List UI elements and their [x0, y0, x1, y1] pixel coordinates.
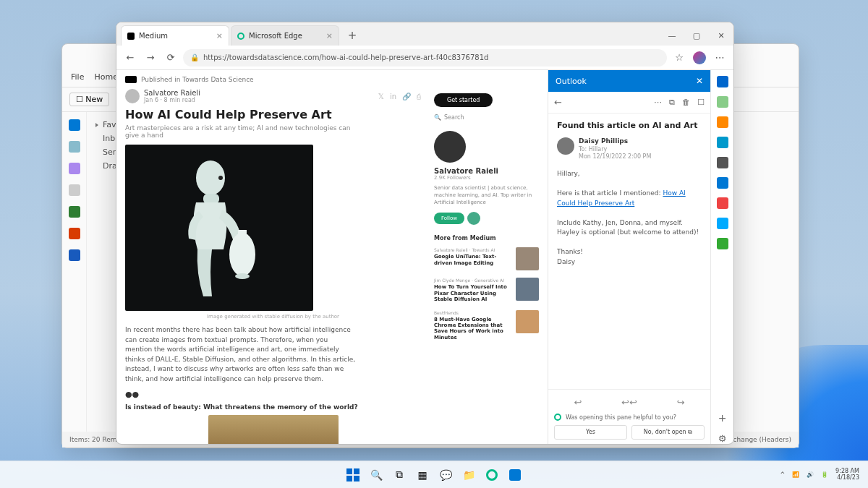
battery-icon[interactable]: 🔋 [821, 471, 828, 478]
rec-thumbnail [516, 247, 539, 270]
get-started-button[interactable]: Get started [434, 93, 493, 107]
new-mail-button[interactable]: ☐ New [69, 93, 109, 106]
wifi-icon[interactable]: 📶 [792, 471, 799, 478]
powerpoint-icon[interactable] [69, 228, 80, 239]
profile-avatar[interactable] [693, 51, 706, 64]
close-window-button[interactable]: ✕ [709, 25, 733, 46]
publication-crumb[interactable]: Published in Towards Data Science [125, 76, 539, 83]
refresh-button[interactable]: ⟳ [163, 50, 179, 66]
edge-window: Medium × Microsoft Edge × + — ▢ ✕ ← → ⟳ … [116, 22, 734, 445]
more-from-heading: More from Medium [434, 235, 539, 241]
favicon-edge [237, 33, 244, 40]
link-icon[interactable]: 🔗 [402, 93, 411, 100]
ribbon-home[interactable]: Home [94, 72, 117, 82]
outlook-taskbar-icon[interactable] [506, 466, 524, 484]
chat-icon[interactable]: 💬 [436, 466, 455, 484]
publication-label: Published in Towards Data Science [141, 76, 254, 83]
article-title: How AI Could Help Preserve Art [125, 108, 421, 121]
maximize-button[interactable]: ▢ [684, 25, 709, 46]
aside-author-name[interactable]: Salvatore Raieli [434, 167, 539, 175]
back-button[interactable]: ← [122, 50, 138, 66]
search-sidebar-icon[interactable] [717, 76, 728, 87]
pane-content: Found this article on AI and Art Daisy P… [548, 114, 710, 389]
task-view-icon[interactable]: ⧉ [390, 466, 409, 484]
search-link[interactable]: 🔍 Search [434, 114, 539, 121]
recommendation-item[interactable]: Salvatore Raieli · Towards AIGoogle UniT… [434, 247, 539, 270]
sidebar-add-icon[interactable]: + [717, 412, 728, 424]
whatsapp-icon[interactable] [717, 238, 728, 249]
forward-button[interactable]: → [142, 50, 158, 66]
shopping-icon[interactable] [717, 96, 728, 108]
start-button[interactable] [344, 466, 362, 484]
outlook-sidebar-icon[interactable] [717, 177, 728, 189]
drop-icon[interactable] [717, 197, 728, 209]
body-signature: Daisy [557, 257, 702, 267]
word-icon[interactable] [69, 249, 80, 261]
tab-medium[interactable]: Medium × [121, 25, 229, 46]
edge-taskbar-icon[interactable] [482, 466, 501, 484]
author-name[interactable]: Salvatore Raieli [144, 89, 200, 97]
close-tab-icon[interactable]: × [326, 31, 333, 40]
archive-icon[interactable]: ☐ [697, 98, 705, 107]
office-icon[interactable] [717, 157, 728, 168]
people-icon[interactable] [69, 163, 80, 174]
recommendation-item[interactable]: Bestfriends8 Must-Have Google Chrome Ext… [434, 310, 539, 341]
svg-rect-2 [203, 194, 219, 204]
rec-thumbnail [516, 310, 539, 333]
lock-icon: 🔒 [190, 53, 199, 61]
author-avatar[interactable] [125, 89, 140, 103]
bookmark-icon[interactable]: ⎙ [417, 93, 421, 100]
sender-avatar[interactable] [557, 137, 574, 155]
sidebar-settings-icon[interactable]: ⚙ [717, 432, 728, 444]
aside-avatar[interactable] [434, 131, 466, 163]
feedback-yes-button[interactable]: Yes [554, 425, 627, 440]
search-taskbar-icon[interactable]: 🔍 [367, 466, 386, 484]
twitter-icon[interactable]: 𝕏 [378, 93, 384, 100]
more-actions-icon[interactable]: ⋯ [654, 98, 662, 107]
forward-icon[interactable]: ↪ [677, 397, 685, 408]
claps-icon[interactable]: ●● [125, 390, 139, 399]
subscribe-icon[interactable] [467, 212, 480, 225]
new-tab-button[interactable]: + [344, 27, 361, 44]
menu-icon[interactable]: ⋯ [712, 50, 728, 66]
browser-body: Published in Towards Data Science Salvat… [116, 70, 733, 444]
clock-date[interactable]: 4/18/23 [835, 475, 859, 481]
follow-button[interactable]: Follow [434, 213, 464, 224]
ribbon-file[interactable]: File [71, 72, 84, 82]
delete-icon[interactable]: 🗑 [682, 98, 690, 107]
email-body: Hillary, Here is that article I mentione… [557, 169, 702, 267]
mail-icon[interactable] [69, 119, 80, 131]
tab-edge[interactable]: Microsoft Edge × [231, 25, 339, 46]
tools-icon[interactable] [717, 116, 728, 128]
tray-chevron-icon[interactable]: ^ [780, 471, 785, 478]
close-tab-icon[interactable]: × [216, 31, 223, 40]
svg-point-5 [235, 273, 250, 279]
taskbar: 🔍 ⧉ ▦ 💬 📁 ^ 📶 🔊 🔋 9:28 AM 4/18/23 [0, 461, 868, 488]
excel-icon[interactable] [69, 206, 80, 218]
feedback-no-button[interactable]: No, don't open ⧉ [631, 425, 705, 440]
greeting-line: Hillary, [557, 169, 702, 179]
file-explorer-icon[interactable]: 📁 [459, 466, 478, 484]
reply-all-icon[interactable]: ↩↩ [621, 397, 637, 408]
widgets-icon[interactable]: ▦ [413, 466, 432, 484]
sender-name: Daisy Phillips [579, 137, 651, 146]
open-in-new-icon[interactable]: ⧉ [669, 98, 675, 107]
outlook-side-pane: Outlook ✕ ← ⋯ ⧉ 🗑 ☐ Found this article o… [548, 70, 710, 444]
hero-image [125, 145, 313, 311]
linkedin-icon[interactable]: in [390, 93, 396, 100]
reply-icon[interactable]: ↩ [574, 397, 582, 408]
games-icon[interactable] [717, 137, 728, 148]
pane-back-icon[interactable]: ← [554, 97, 562, 108]
calendar-icon[interactable] [69, 141, 80, 153]
skype-icon[interactable] [717, 218, 728, 229]
aside-bio: Senior data scientist | about science, m… [434, 185, 539, 206]
minimize-button[interactable]: — [660, 25, 684, 46]
todo-icon[interactable] [69, 184, 80, 196]
volume-icon[interactable]: 🔊 [807, 471, 814, 478]
pane-close-icon[interactable]: ✕ [696, 76, 703, 86]
favicon-medium [127, 33, 135, 40]
url-input[interactable]: 🔒 https://towardsdatascience.com/how-ai-… [183, 49, 667, 67]
feedback-text: Was opening this pane helpful to you? [566, 414, 676, 421]
recommendation-item[interactable]: Jim Clyde Monge · Generative AIHow To Tu… [434, 278, 539, 302]
favorites-icon[interactable]: ☆ [671, 50, 687, 66]
